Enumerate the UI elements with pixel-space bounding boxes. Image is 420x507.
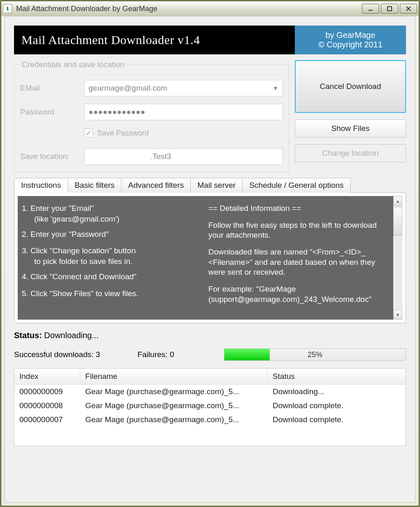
- failure-value: 0: [170, 350, 174, 359]
- email-field[interactable]: gearmage@gmail.com ▼: [84, 80, 283, 96]
- step-2: 2. Enter your "Password": [22, 229, 203, 240]
- email-label: EMail: [20, 84, 84, 93]
- email-value: gearmage@gmail.com: [89, 84, 167, 93]
- downloads-table: Index Filename Status 0000000009Gear Mag…: [14, 368, 406, 446]
- detail-heading: == Detailed Information ==: [208, 203, 389, 214]
- instructions-panel: 1. Enter your "Email" (like 'gears@gmail…: [18, 196, 402, 320]
- cell-filename: Gear Mage (purchase@gearmage.com)_5...: [80, 385, 268, 399]
- success-value: 3: [96, 350, 100, 359]
- tab-schedule[interactable]: Schedule / General options: [242, 178, 350, 193]
- cell-status: Download complete.: [268, 413, 406, 427]
- cell-index: 0000000009: [14, 385, 80, 399]
- banner-credit: by GearMage © Copyright 2011: [295, 26, 406, 54]
- svg-rect-1: [387, 7, 392, 11]
- scroll-up-icon[interactable]: ▲: [393, 196, 402, 206]
- credentials-legend: Credentials and save location: [20, 60, 126, 69]
- tab-basic-filters[interactable]: Basic filters: [68, 178, 121, 193]
- col-filename[interactable]: Filename: [80, 369, 268, 384]
- banner: Mail Attachment Downloader v1.4 by GearM…: [14, 26, 406, 54]
- cell-filename: Gear Mage (purchase@gearmage.com)_5...: [80, 413, 268, 427]
- window-title: Mail Attachment Downloader by GearMage: [16, 5, 362, 13]
- failure-count-label: Failures: 0: [138, 350, 224, 359]
- maximize-button[interactable]: [381, 4, 398, 14]
- titlebar: ⬇ Mail Attachment Downloader by GearMage: [1, 1, 419, 16]
- change-location-button[interactable]: Change location: [295, 144, 406, 162]
- status-label: Status:: [14, 331, 42, 340]
- banner-by: by GearMage: [325, 30, 375, 40]
- step-4: 4. Click "Connect and Download": [22, 272, 203, 282]
- table-row[interactable]: 0000000007Gear Mage (purchase@gearmage.c…: [14, 413, 406, 427]
- app-icon: ⬇: [3, 4, 12, 13]
- save-password-checkbox[interactable]: ✓: [84, 129, 93, 138]
- save-location-value: .Test3: [150, 152, 171, 161]
- cell-status: Download complete.: [268, 399, 406, 413]
- status-value: Downloading...: [44, 331, 98, 340]
- credentials-group: Credentials and save location EMail gear…: [14, 60, 289, 173]
- password-field[interactable]: ●●●●●●●●●●●●: [84, 104, 283, 120]
- tab-instructions[interactable]: Instructions: [14, 178, 68, 193]
- progress-bar: 25%: [224, 348, 406, 361]
- close-button[interactable]: [400, 4, 417, 14]
- success-label: Successful downloads:: [14, 350, 93, 359]
- tab-advanced-filters[interactable]: Advanced filters: [121, 178, 191, 193]
- password-value: ●●●●●●●●●●●●: [89, 107, 145, 117]
- progress-percent: 25%: [224, 349, 406, 360]
- password-label: Password: [20, 107, 84, 117]
- cell-index: 0000000007: [14, 413, 80, 427]
- step-1: 1. Enter your "Email": [22, 203, 203, 214]
- tab-mail-server[interactable]: Mail server: [190, 178, 243, 193]
- step-5: 5. Click "Show Files" to view files.: [22, 289, 203, 299]
- status-line: Status: Downloading...: [14, 331, 406, 340]
- scroll-down-icon[interactable]: ▼: [393, 310, 402, 320]
- tab-panel: 1. Enter your "Email" (like 'gears@gmail…: [14, 192, 406, 323]
- col-index[interactable]: Index: [14, 369, 80, 384]
- table-row[interactable]: 0000000008Gear Mage (purchase@gearmage.c…: [14, 399, 406, 413]
- banner-title: Mail Attachment Downloader v1.4: [14, 26, 295, 54]
- save-password-label: Save Password: [97, 129, 149, 138]
- step-3: 3. Click "Change location" button: [22, 246, 203, 256]
- save-location-label: Save location:: [20, 152, 84, 161]
- chevron-down-icon: ▼: [273, 85, 278, 91]
- success-count-label: Successful downloads: 3: [14, 350, 138, 359]
- instructions-scrollbar[interactable]: ▲ ▼: [393, 196, 402, 320]
- app-window: ⬇ Mail Attachment Downloader by GearMage…: [1, 1, 419, 506]
- detail-p1: Follow the five easy steps to the left t…: [208, 220, 389, 241]
- save-location-field[interactable]: .Test3: [84, 148, 283, 165]
- client-area: Mail Attachment Downloader v1.4 by GearM…: [5, 16, 415, 502]
- detail-p2: Downloaded files are named "<From>_<ID>_…: [208, 247, 389, 278]
- scroll-thumb[interactable]: [393, 207, 402, 236]
- step-3-note: to pick folder to save files in.: [22, 257, 203, 266]
- table-row[interactable]: 0000000009Gear Mage (purchase@gearmage.c…: [14, 385, 406, 399]
- cell-status: Downloading...: [268, 385, 406, 399]
- tabs: Instructions Basic filters Advanced filt…: [14, 178, 406, 323]
- banner-copyright: © Copyright 2011: [318, 40, 383, 49]
- cancel-download-button[interactable]: Cancel Download: [295, 60, 406, 113]
- scroll-track[interactable]: [393, 236, 402, 310]
- step-1-note: (like 'gears@gmail.com'): [22, 215, 203, 224]
- cell-index: 0000000008: [14, 399, 80, 413]
- failure-label: Failures:: [138, 350, 168, 359]
- detail-p3: For example: "GearMage (support@gearmage…: [208, 284, 389, 304]
- minimize-button[interactable]: [362, 4, 379, 14]
- cell-filename: Gear Mage (purchase@gearmage.com)_5...: [80, 399, 268, 413]
- show-files-button[interactable]: Show Files: [295, 119, 406, 138]
- col-status[interactable]: Status: [268, 369, 406, 384]
